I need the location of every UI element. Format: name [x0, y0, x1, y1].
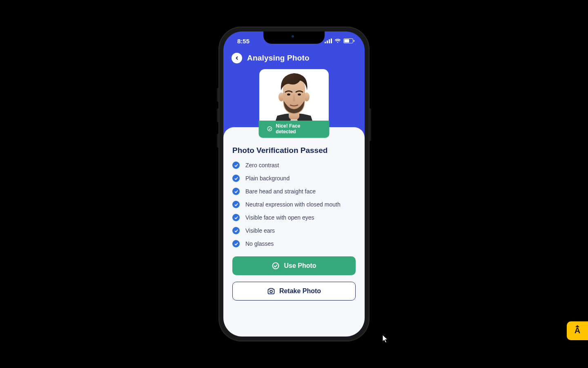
- check-icon: [232, 162, 240, 169]
- result-title: Photo Verification Passed: [232, 146, 356, 155]
- phone-screen: 8:55 Analysing Photo: [223, 31, 365, 337]
- result-sheet: Photo Verification Passed Zero contrast …: [223, 127, 365, 337]
- check-label: Plain background: [245, 175, 290, 182]
- status-time: 8:55: [237, 38, 249, 45]
- detection-badge-text: Nice! Face detected: [276, 123, 321, 135]
- back-button[interactable]: [232, 53, 242, 63]
- check-item: No glasses: [232, 240, 356, 247]
- retake-photo-label: Retake Photo: [279, 287, 321, 295]
- phone-frame: 8:55 Analysing Photo: [218, 27, 370, 341]
- check-label: Zero contrast: [245, 162, 279, 168]
- check-icon: [232, 214, 240, 221]
- status-icons: [325, 38, 353, 43]
- help-widget-icon: A: [575, 326, 580, 335]
- check-icon: [232, 188, 240, 195]
- check-label: No glasses: [245, 240, 274, 247]
- help-widget-button[interactable]: A: [567, 321, 588, 340]
- use-photo-button[interactable]: Use Photo: [232, 256, 356, 275]
- svg-point-6: [273, 263, 279, 269]
- check-label: Visible face with open eyes: [245, 214, 314, 221]
- check-icon: [232, 227, 240, 234]
- cellular-icon: [325, 38, 332, 43]
- detection-badge: Nice! Face detected: [259, 121, 330, 138]
- check-item: Visible ears: [232, 227, 356, 234]
- check-label: Bare head and straight face: [245, 188, 316, 195]
- check-item: Bare head and straight face: [232, 188, 356, 195]
- check-icon: [232, 240, 240, 247]
- svg-point-7: [270, 290, 272, 293]
- svg-point-4: [298, 93, 301, 95]
- check-label: Neutral expression with closed mouth: [245, 201, 341, 208]
- check-circle-icon: [267, 126, 273, 132]
- camera-icon: [267, 287, 275, 295]
- svg-point-3: [287, 93, 290, 95]
- check-item: Visible face with open eyes: [232, 214, 356, 221]
- app-header: Analysing Photo: [223, 50, 365, 69]
- mouse-cursor: [382, 334, 389, 343]
- retake-photo-button[interactable]: Retake Photo: [232, 282, 356, 301]
- use-photo-label: Use Photo: [284, 262, 316, 269]
- chevron-left-icon: [234, 56, 239, 61]
- page-title: Analysing Photo: [247, 54, 310, 63]
- battery-icon: [343, 38, 353, 43]
- check-item: Zero contrast: [232, 162, 356, 169]
- svg-point-5: [267, 127, 272, 131]
- check-label: Visible ears: [245, 227, 275, 234]
- check-circle-icon: [272, 262, 280, 270]
- check-icon: [232, 175, 240, 182]
- photo-preview-area: Nice! Face detected: [223, 69, 365, 130]
- check-item: Neutral expression with closed mouth: [232, 201, 356, 208]
- check-list: Zero contrast Plain background Bare head…: [232, 162, 356, 247]
- check-item: Plain background: [232, 175, 356, 182]
- phone-notch: [263, 31, 325, 44]
- wifi-icon: [334, 38, 341, 43]
- check-icon: [232, 201, 240, 208]
